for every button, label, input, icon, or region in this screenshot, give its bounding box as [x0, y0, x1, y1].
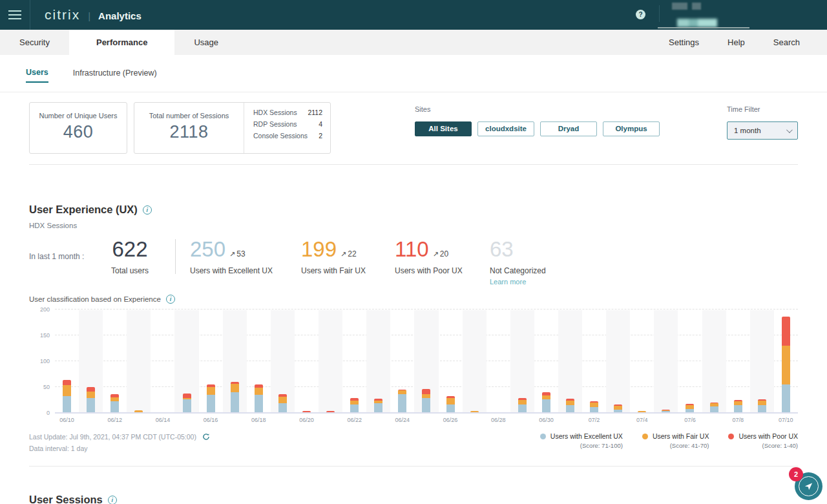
- chart-column-06-13[interactable]: [127, 310, 151, 412]
- chart-column-07-1[interactable]: [558, 310, 582, 412]
- chart-column-06-25[interactable]: [414, 310, 438, 412]
- notification-badge[interactable]: 2: [789, 467, 803, 481]
- stacked-bar[interactable]: [134, 410, 143, 412]
- info-icon[interactable]: i: [166, 295, 175, 304]
- stacked-bar[interactable]: [782, 317, 790, 412]
- time-filter-select[interactable]: 1 month: [727, 121, 798, 140]
- redacted-underline: [658, 27, 749, 28]
- chart-column-07-2[interactable]: [582, 310, 606, 412]
- stacked-bar[interactable]: [590, 401, 598, 412]
- stacked-bar[interactable]: [734, 400, 742, 412]
- chart-column-06-18[interactable]: [247, 310, 271, 412]
- stacked-bar[interactable]: [87, 387, 95, 412]
- info-icon[interactable]: i: [108, 496, 117, 504]
- gridline: [55, 309, 798, 310]
- help-icon[interactable]: ?: [636, 10, 645, 19]
- bar-segment: [446, 404, 455, 412]
- chart-column-06-28[interactable]: [487, 310, 510, 412]
- stacked-bar[interactable]: [566, 399, 574, 412]
- hamburger-menu-icon[interactable]: [0, 0, 30, 30]
- chart-column-06-22[interactable]: [342, 310, 366, 412]
- chart-column-07-8[interactable]: [726, 310, 750, 412]
- stat-not-categorized: 63 Not Categorized Learn more: [490, 238, 546, 286]
- stacked-bar[interactable]: [63, 380, 71, 412]
- chart-column-06-29[interactable]: [510, 310, 534, 412]
- stacked-bar[interactable]: [542, 392, 550, 412]
- stacked-bar[interactable]: [638, 411, 646, 412]
- chart-column-06-12[interactable]: [103, 310, 127, 412]
- tab-usage[interactable]: Usage: [174, 30, 238, 55]
- stacked-bar[interactable]: [207, 384, 215, 412]
- chart-column-06-24[interactable]: [390, 310, 414, 412]
- header-divider: [659, 5, 660, 22]
- chart-column-07-7[interactable]: [702, 310, 726, 412]
- bar-segment: [63, 380, 71, 384]
- bar-segment: [566, 401, 574, 405]
- chart-plot-area[interactable]: [55, 310, 798, 414]
- bar-segment: [542, 399, 550, 412]
- chart-column-07-6[interactable]: [678, 310, 702, 412]
- stacked-bar[interactable]: [255, 384, 263, 412]
- chart-column-06-27[interactable]: [463, 310, 487, 412]
- x-tick-label: 06/22: [342, 417, 366, 427]
- tab-performance[interactable]: Performance: [69, 30, 174, 55]
- trend-up-icon: ↗: [340, 250, 346, 258]
- stats-divider: [175, 239, 176, 274]
- fair-ux-label: Users with Fair UX: [301, 266, 381, 275]
- refresh-icon[interactable]: [202, 433, 210, 441]
- stacked-bar[interactable]: [326, 411, 335, 412]
- stacked-bar[interactable]: [374, 399, 382, 412]
- stacked-bar[interactable]: [710, 403, 718, 412]
- site-button-cloudxdsite[interactable]: cloudxdsite: [477, 121, 534, 136]
- subnav-infrastructure[interactable]: Infrastructure (Preview): [73, 65, 157, 82]
- tab-security[interactable]: Security: [0, 30, 69, 55]
- secondary-nav: Users Infrastructure (Preview): [0, 55, 827, 92]
- chart-column-06-30[interactable]: [534, 310, 558, 412]
- chart-column-06-11[interactable]: [79, 310, 103, 412]
- subnav-users[interactable]: Users: [26, 64, 48, 83]
- sites-filter-group: Sites All Sites cloudxdsite Dryad Olympu…: [415, 102, 660, 154]
- site-button-dryad[interactable]: Dryad: [540, 121, 597, 136]
- chart-column-07-5[interactable]: [654, 310, 678, 412]
- chart-column-06-10[interactable]: [55, 310, 79, 412]
- chart-column-06-16[interactable]: [199, 310, 223, 412]
- chart-column-06-26[interactable]: [439, 310, 463, 412]
- stacked-bar[interactable]: [470, 411, 479, 412]
- redacted-user-menu[interactable]: [677, 19, 717, 27]
- stacked-bar[interactable]: [518, 398, 527, 412]
- stacked-bar[interactable]: [422, 389, 430, 412]
- stacked-bar[interactable]: [662, 410, 670, 412]
- tab-settings[interactable]: Settings: [654, 30, 713, 55]
- stacked-bar[interactable]: [686, 404, 694, 412]
- stacked-bar[interactable]: [614, 404, 622, 412]
- stacked-bar[interactable]: [302, 411, 311, 412]
- stacked-bar[interactable]: [278, 394, 287, 412]
- stacked-bar[interactable]: [110, 394, 119, 412]
- x-tick-label: 07/8: [726, 417, 750, 427]
- stacked-bar[interactable]: [183, 394, 191, 412]
- info-icon[interactable]: i: [143, 205, 152, 215]
- tab-search[interactable]: Search: [759, 30, 814, 55]
- chart-column-06-21[interactable]: [319, 310, 342, 412]
- stacked-bar[interactable]: [446, 396, 455, 412]
- bar-segment: [470, 411, 479, 412]
- chart-column-06-15[interactable]: [174, 310, 198, 412]
- site-button-olympus[interactable]: Olympus: [603, 121, 660, 136]
- chart-column-06-20[interactable]: [295, 310, 319, 412]
- chart-column-06-17[interactable]: [223, 310, 247, 412]
- chart-column-07-10[interactable]: [774, 310, 798, 412]
- legend-label-poor: Users with Poor UX: [738, 432, 798, 440]
- tab-help[interactable]: Help: [713, 30, 759, 55]
- site-button-all-sites[interactable]: All Sites: [415, 121, 472, 136]
- chart-column-07-3[interactable]: [606, 310, 630, 412]
- chart-column-07-4[interactable]: [630, 310, 654, 412]
- chart-column-07-9[interactable]: [750, 310, 774, 412]
- stacked-bar[interactable]: [231, 382, 239, 412]
- stacked-bar[interactable]: [398, 390, 406, 412]
- chart-column-06-14[interactable]: [151, 310, 174, 412]
- chart-column-06-19[interactable]: [271, 310, 295, 412]
- chart-column-06-23[interactable]: [366, 310, 390, 412]
- stacked-bar[interactable]: [758, 399, 766, 412]
- learn-more-link[interactable]: Learn more: [490, 278, 546, 286]
- stacked-bar[interactable]: [350, 398, 359, 412]
